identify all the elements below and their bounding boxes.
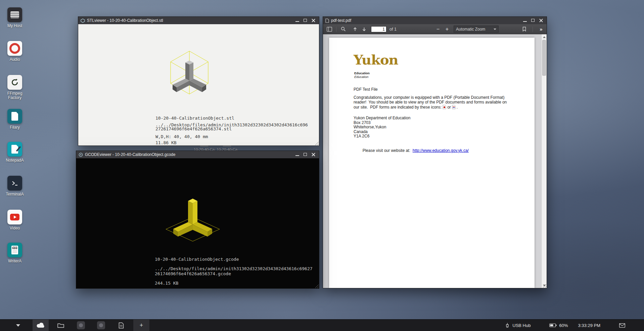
taskbar-app-button[interactable] [93,320,109,331]
previous-page-button[interactable] [351,25,359,33]
stlviewer-titlebar[interactable]: STLviewer - 10-20-40-CalibrationObject.s… [78,17,319,24]
close-button[interactable] [311,18,316,23]
maximize-button[interactable] [303,153,308,157]
scroll-up-button[interactable] [542,34,547,39]
desktop-icon-audio[interactable]: Audio [3,41,27,62]
desktop-icon-label: NotepadA [3,158,27,163]
address-line: Canada [354,130,410,134]
taskbar-app-button[interactable] [73,320,89,331]
pdf-content-area: Yukon Education Éducation PDF Test File … [323,34,547,288]
address-line: Yukon Department of Education [354,116,410,121]
paragraph-line-text: our site. PDF forms are indicated by the… [354,105,442,110]
taskbar-status-area: USB Hub 60% 3:33:29 PM [505,323,644,328]
website-line: Please visit our website at:http://www.e… [354,143,469,158]
mail-icon[interactable] [619,323,625,328]
ffmpeg-icon [7,75,22,90]
pdf-form-icon [452,105,456,109]
pdf-icon [443,105,446,109]
taskbar-app-icon [97,321,105,329]
sidebar-toggle-button[interactable] [325,25,333,33]
desktop-icon-label: WriterA [3,259,27,263]
resize-grip[interactable] [314,284,319,288]
maximize-button[interactable] [531,18,535,23]
desktop-icon-label: TerminalA [3,192,27,197]
usb-plug-icon[interactable] [505,323,510,328]
toolbar-separator [336,27,336,32]
desktop-icon-ffmpeg-factory[interactable]: FFmpeg Factory [3,75,27,100]
minimize-button[interactable] [295,153,300,157]
stl-filepath-line2: 2726174696f6e4f626a656374.stl [155,126,232,131]
taskbar-expand-caret-icon[interactable] [16,324,20,329]
vertical-scrollbar[interactable] [541,34,547,288]
scrollbar-thumb[interactable] [542,40,546,76]
gcode-model-preview [156,190,230,247]
window-title: STLviewer - 10-20-40-CalibrationObject.s… [87,18,293,23]
arrow-up-icon [353,27,357,32]
pdf-page: Yukon Education Éducation PDF Test File … [329,38,535,288]
website-link[interactable]: http://www.education.gov.yk.ca/ [413,148,469,153]
window-title: pdf-test.pdf [331,18,521,23]
zoom-in-button[interactable]: + [443,25,451,33]
paragraph-or: or [447,105,451,110]
gcode-filesize: 244.15 KB [155,281,178,286]
double-chevron-icon: » [540,26,542,32]
window-controls [523,18,544,23]
pdf-viewer-window: pdf-test.pdf of 1 − + [323,16,547,288]
taskbar-add-button[interactable]: + [133,320,149,331]
find-button[interactable] [339,25,348,33]
page-number-input[interactable] [371,26,386,32]
address-block: Yukon Department of Education Box 2703 W… [354,116,410,139]
desktop-icon-label: Filary [3,125,27,130]
bookmark-button[interactable] [520,25,528,33]
maximize-button[interactable] [303,18,308,23]
stlviewer-app-icon [81,18,85,23]
battery-percentage[interactable]: 60% [559,323,568,328]
pdf-titlebar[interactable]: pdf-test.pdf [323,17,547,24]
desktop-icon-filary[interactable]: Filary [3,109,27,130]
close-button[interactable] [311,153,316,157]
minimize-button[interactable] [523,18,527,23]
gcode-filename: 10-20-40-CalibrationObject.gcode [155,257,239,262]
stl-viewport: 10-20-40-CalibrationObject.stl ../../Des… [78,24,319,146]
next-page-button[interactable] [360,25,368,33]
gcodeviewer-titlebar[interactable]: GCODEviewer - 10-20-40-CalibrationObject… [76,151,319,158]
stl-filename: 10-20-40-CalibrationObject.stl [155,116,234,121]
taskbar-app-icon [77,321,85,329]
minimize-button[interactable] [295,18,300,23]
gcode-viewport: 10-20-40-CalibrationObject.gcode ../../D… [76,158,319,288]
desktop-icon-my-host[interactable]: My Host [3,7,27,28]
paragraph-period: . [457,105,458,110]
taskbar-files-button[interactable] [53,320,69,331]
paragraph-line: our site. PDF forms are indicated by the… [354,105,507,110]
resize-grip[interactable] [314,141,319,145]
gcode-model-solid [173,199,212,237]
desktop-icon-label: My Host [3,24,27,28]
pdf-doc-heading: PDF Test File [354,87,378,92]
desktop-icon-writera[interactable]: WriterA [3,243,27,263]
yukon-logo-education: Education [354,71,370,75]
taskbar-pdf-button[interactable] [113,320,129,331]
taskbar-cloud-button[interactable] [33,320,49,331]
zoom-out-button[interactable]: − [434,25,442,33]
paragraph-line: Congratulations, your computer is equipp… [354,95,507,100]
bookmark-icon [522,27,526,32]
audio-icon [7,41,22,56]
battery-icon[interactable] [549,323,557,327]
paragraph-line: reader! You should be able to view any o… [354,100,507,105]
desktop-icon-terminala[interactable]: TerminalA [3,176,27,197]
desktop-icon-video[interactable]: Video [3,210,27,231]
sidebar-toggle-icon [327,27,332,32]
clock[interactable]: 3:33:29 PM [578,323,601,328]
page-count-label: of 1 [389,27,397,32]
triangle-up-icon [543,35,546,38]
filary-icon [7,109,22,124]
desktop-icon-notepada[interactable]: NotepadA [3,142,27,163]
pdf-toolbar: of 1 − + Automatic Zoom » [323,24,547,34]
close-button[interactable] [539,18,543,23]
arrow-down-icon [362,27,366,32]
zoom-select[interactable]: Automatic Zoom [454,26,499,33]
terminal-icon [7,176,22,191]
usb-hub-label[interactable]: USB Hub [512,323,531,328]
address-line: Y1A 2C6 [354,134,410,139]
more-tools-button[interactable]: » [537,25,545,33]
